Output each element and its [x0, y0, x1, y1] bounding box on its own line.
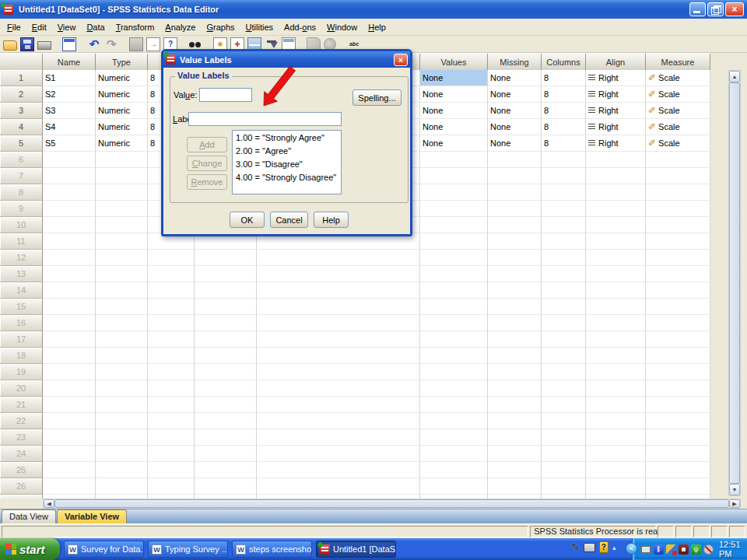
tab-variable-view[interactable]: Variable View — [57, 509, 127, 523]
cell-values[interactable] — [420, 233, 488, 250]
cell-values[interactable] — [420, 217, 488, 233]
cell-missing[interactable] — [488, 282, 542, 299]
cell-label[interactable] — [257, 348, 420, 364]
cell-measure[interactable] — [646, 168, 710, 184]
cell-type[interactable] — [96, 397, 148, 413]
cell-values[interactable] — [420, 168, 488, 184]
cell-name[interactable] — [43, 282, 96, 299]
cell-measure[interactable] — [646, 299, 710, 315]
cell-name[interactable] — [43, 217, 96, 233]
row-header[interactable]: 7 — [0, 168, 43, 184]
close-button[interactable]: × — [725, 2, 744, 16]
horizontal-scroll-thumb[interactable] — [54, 499, 729, 508]
hide-icons-chevron[interactable] — [626, 543, 637, 555]
cell-name[interactable] — [43, 201, 96, 217]
cell-type[interactable] — [96, 429, 148, 446]
cell-missing[interactable] — [488, 446, 542, 462]
cell-columns[interactable] — [542, 429, 586, 446]
row-header[interactable]: 1 — [0, 70, 43, 86]
cell-name[interactable] — [43, 233, 96, 250]
cell-decimals[interactable] — [195, 446, 257, 462]
cell-width[interactable] — [148, 348, 195, 364]
cell-align[interactable] — [586, 233, 646, 250]
cell-measure[interactable]: ✐Scale — [646, 86, 710, 103]
cell-measure[interactable] — [646, 348, 710, 364]
column-header-missing[interactable]: Missing — [488, 54, 542, 71]
row-header[interactable]: 19 — [0, 364, 43, 380]
cell-name[interactable] — [43, 266, 96, 282]
cell-decimals[interactable] — [195, 282, 257, 299]
cell-type[interactable] — [96, 250, 148, 266]
cell-columns[interactable] — [542, 478, 586, 495]
cell-name[interactable] — [43, 152, 96, 168]
cell-type[interactable] — [96, 184, 148, 201]
cell-width[interactable] — [148, 429, 195, 446]
row-header[interactable]: 25 — [0, 462, 43, 478]
cell-decimals[interactable] — [195, 397, 257, 413]
cell-type[interactable] — [96, 348, 148, 364]
open-data-icon[interactable] — [3, 40, 17, 51]
row-header[interactable]: 14 — [0, 282, 43, 299]
cell-values[interactable] — [420, 380, 488, 397]
cell-align[interactable] — [586, 299, 646, 315]
cell-columns[interactable] — [542, 152, 586, 168]
cell-type[interactable]: Numeric — [96, 119, 148, 135]
add-button[interactable]: Add — [187, 137, 227, 152]
cell-align[interactable]: Right — [586, 103, 646, 119]
cell-missing[interactable] — [488, 429, 542, 446]
cell-name[interactable] — [43, 168, 96, 184]
cell-missing[interactable] — [488, 348, 542, 364]
cell-values[interactable]: None — [420, 70, 488, 86]
cell-label[interactable] — [257, 413, 420, 429]
column-header-values[interactable]: Values — [420, 54, 488, 71]
mute-icon[interactable] — [703, 544, 714, 555]
start-button[interactable]: start — [0, 538, 60, 560]
cell-align[interactable] — [586, 250, 646, 266]
cell-values[interactable] — [420, 429, 488, 446]
cell-missing[interactable]: None — [488, 70, 542, 86]
menu-analyze[interactable]: Analyze — [160, 20, 201, 34]
row-header[interactable]: 12 — [0, 250, 43, 266]
cell-width[interactable] — [148, 380, 195, 397]
cell-missing[interactable] — [488, 413, 542, 429]
menu-file[interactable]: File — [2, 20, 26, 34]
cell-label[interactable] — [257, 331, 420, 348]
column-header-type[interactable]: Type — [96, 54, 148, 71]
row-header[interactable]: 22 — [0, 413, 43, 429]
cell-values[interactable] — [420, 201, 488, 217]
cell-decimals[interactable] — [195, 429, 257, 446]
cell-measure[interactable] — [646, 233, 710, 250]
cell-columns[interactable] — [542, 364, 586, 380]
cell-name[interactable] — [43, 397, 96, 413]
cell-align[interactable] — [586, 429, 646, 446]
cell-label[interactable] — [257, 446, 420, 462]
cell-measure[interactable] — [646, 413, 710, 429]
cell-width[interactable] — [148, 331, 195, 348]
cell-name[interactable] — [43, 315, 96, 331]
cell-measure[interactable] — [646, 201, 710, 217]
cell-columns[interactable] — [542, 462, 586, 478]
cell-columns[interactable] — [542, 299, 586, 315]
cell-decimals[interactable] — [195, 250, 257, 266]
cell-name[interactable]: S2 — [43, 86, 96, 103]
cell-align[interactable] — [586, 380, 646, 397]
scroll-down-icon[interactable]: ▼ — [729, 484, 740, 495]
cell-values[interactable] — [420, 152, 488, 168]
menu-transform[interactable]: Transform — [110, 20, 160, 34]
cell-missing[interactable] — [488, 299, 542, 315]
cell-align[interactable] — [586, 348, 646, 364]
goto-case-icon[interactable] — [146, 37, 160, 51]
cell-label[interactable] — [257, 429, 420, 446]
row-header[interactable]: 27 — [0, 495, 43, 499]
cell-columns[interactable] — [542, 168, 586, 184]
cell-type[interactable] — [96, 478, 148, 495]
cell-values[interactable] — [420, 446, 488, 462]
cell-type[interactable] — [96, 152, 148, 168]
cell-name[interactable] — [43, 478, 96, 495]
menu-utilities[interactable]: Utilities — [240, 20, 279, 34]
cell-missing[interactable] — [488, 478, 542, 495]
cell-missing[interactable] — [488, 266, 542, 282]
cell-measure[interactable] — [646, 250, 710, 266]
cell-columns[interactable] — [542, 446, 586, 462]
cell-type[interactable] — [96, 217, 148, 233]
